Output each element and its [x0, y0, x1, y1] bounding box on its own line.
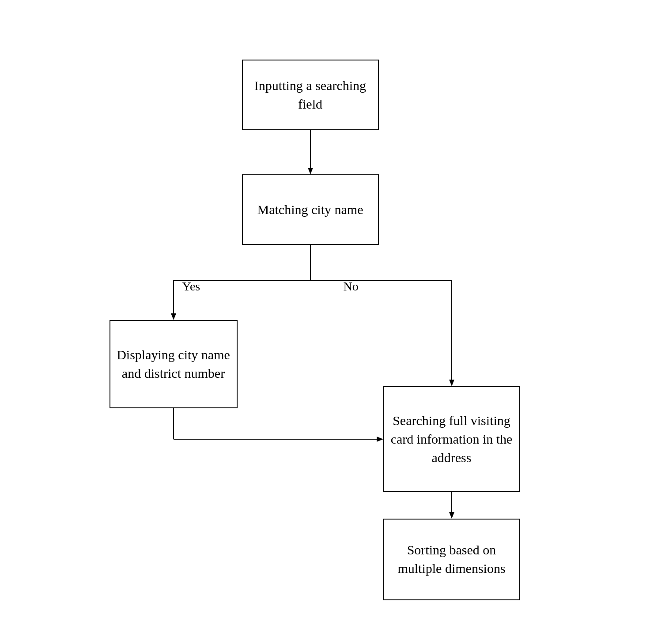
box-inputting-searching-field: Inputting a searching field	[242, 60, 379, 130]
svg-marker-5	[171, 313, 176, 320]
box-searching-visiting-card: Searching full visiting card information…	[383, 386, 520, 492]
yes-label: Yes	[182, 279, 200, 294]
svg-marker-14	[449, 512, 454, 519]
svg-marker-1	[308, 168, 313, 174]
flowchart-diagram: Inputting a searching field Matching cit…	[92, 24, 578, 620]
box-sorting-dimensions: Sorting based on multiple dimensions	[383, 519, 520, 600]
svg-marker-8	[449, 380, 454, 386]
box-displaying-city-name: Displaying city name and district number	[110, 320, 238, 408]
svg-marker-12	[377, 437, 383, 442]
box-matching-city-name: Matching city name	[242, 174, 379, 245]
no-label: No	[344, 279, 359, 294]
